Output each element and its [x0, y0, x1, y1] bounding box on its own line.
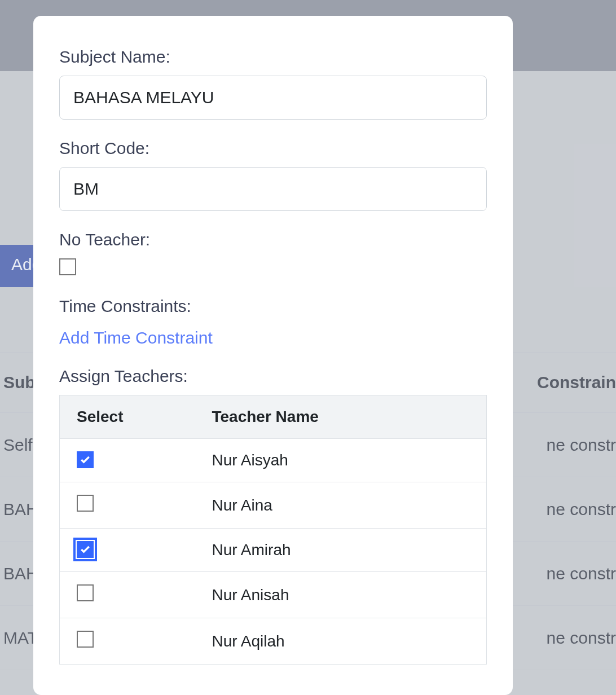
- edit-subject-modal: Subject Name: Short Code: No Teacher: Ti…: [33, 16, 513, 695]
- check-icon: [80, 544, 91, 555]
- teacher-row: Nur Aina: [60, 482, 487, 529]
- teacher-checkbox[interactable]: [77, 541, 94, 558]
- teachers-table: Select Teacher Name Nur AisyahNur AinaNu…: [59, 395, 487, 665]
- teacher-name-cell: Nur Aisyah: [195, 439, 487, 482]
- no-teacher-label: No Teacher:: [59, 230, 487, 249]
- teacher-name-cell: Nur Amirah: [195, 529, 487, 572]
- teacher-select-cell: [60, 439, 195, 482]
- subject-name-label: Subject Name:: [59, 47, 487, 67]
- short-code-label: Short Code:: [59, 139, 487, 158]
- short-code-input[interactable]: [59, 167, 487, 211]
- background-row-constraint: ne constr: [547, 500, 616, 519]
- teacher-select-cell: [60, 572, 195, 618]
- background-row-subject: MAT: [0, 628, 38, 648]
- subject-name-group: Subject Name:: [59, 47, 487, 120]
- teachers-table-header-row: Select Teacher Name: [60, 395, 487, 439]
- assign-teachers-label: Assign Teachers:: [59, 367, 487, 386]
- teacher-row: Nur Aqilah: [60, 618, 487, 665]
- background-row-subject: Self: [0, 436, 33, 455]
- teacher-row: Nur Amirah: [60, 529, 487, 572]
- background-row-constraint: ne constr: [547, 564, 616, 583]
- assign-teachers-group: Assign Teachers: Select Teacher Name Nur…: [59, 367, 487, 665]
- background-row-constraint: ne constr: [547, 693, 616, 696]
- subject-name-input[interactable]: [59, 76, 487, 120]
- check-icon: [80, 454, 91, 465]
- teacher-name-cell: Nur Anisah: [195, 572, 487, 618]
- time-constraints-label: Time Constraints:: [59, 297, 487, 316]
- add-time-constraint-link[interactable]: Add Time Constraint: [59, 328, 213, 348]
- teacher-row: Nur Anisah: [60, 572, 487, 618]
- teacher-row: Nur Aisyah: [60, 439, 487, 482]
- teachers-col-name: Teacher Name: [195, 395, 487, 439]
- teacher-select-cell: [60, 482, 195, 529]
- teacher-checkbox[interactable]: [77, 584, 94, 601]
- background-row-subject: BAH: [0, 564, 38, 583]
- no-teacher-group: No Teacher:: [59, 230, 487, 278]
- background-row-constraint: ne constr: [547, 628, 616, 648]
- no-teacher-checkbox[interactable]: [59, 258, 76, 275]
- teacher-checkbox[interactable]: [77, 451, 94, 468]
- background-header-constraint: Constrain: [537, 373, 616, 392]
- teacher-checkbox[interactable]: [77, 495, 94, 512]
- teacher-name-cell: Nur Aqilah: [195, 618, 487, 665]
- teachers-col-select: Select: [60, 395, 195, 439]
- teacher-checkbox[interactable]: [77, 631, 94, 648]
- background-row-constraint: ne constr: [547, 436, 616, 455]
- short-code-group: Short Code:: [59, 139, 487, 211]
- teacher-select-cell: [60, 618, 195, 665]
- teacher-select-cell: [60, 529, 195, 572]
- teacher-name-cell: Nur Aina: [195, 482, 487, 529]
- time-constraints-group: Time Constraints: Add Time Constraint: [59, 297, 487, 348]
- background-row-subject: BAH: [0, 500, 38, 519]
